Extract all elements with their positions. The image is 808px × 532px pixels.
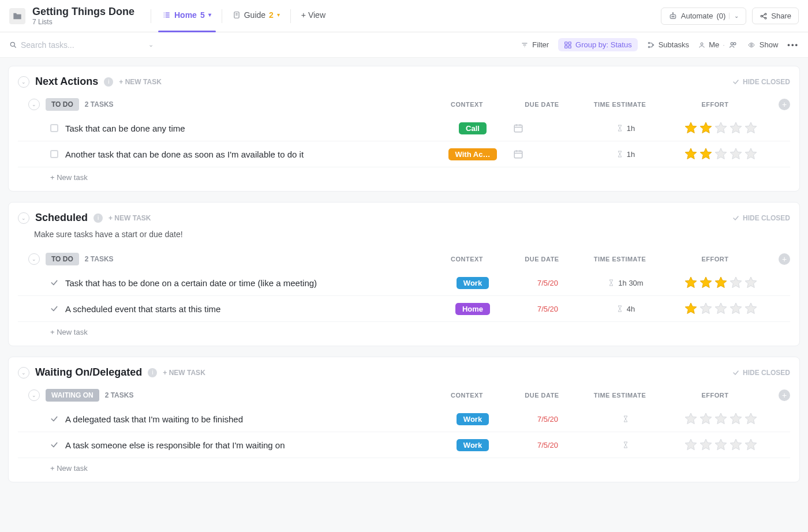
due-date[interactable]: 7/5/20: [537, 441, 558, 449]
new-task-header-button[interactable]: + NEW TASK: [119, 78, 161, 86]
calendar-icon[interactable]: [513, 149, 582, 159]
effort-stars[interactable]: [669, 121, 773, 135]
hide-closed-button[interactable]: HIDE CLOSED: [732, 214, 790, 222]
task-title[interactable]: A scheduled event that starts at this ti…: [65, 304, 220, 314]
new-task-button[interactable]: + New task: [18, 322, 790, 343]
show-button[interactable]: Show: [747, 40, 779, 49]
tab-guide[interactable]: Guide 2 ▾: [228, 5, 285, 28]
collapse-icon[interactable]: ⌄: [18, 367, 29, 379]
svg-point-11: [673, 16, 674, 17]
check-icon[interactable]: [50, 441, 58, 449]
effort-stars[interactable]: [669, 147, 773, 161]
hide-closed-button[interactable]: HIDE CLOSED: [732, 369, 790, 377]
search-input[interactable]: [21, 40, 145, 50]
add-column-button[interactable]: +: [779, 253, 790, 265]
task-title[interactable]: Task that has to be done on a certain da…: [65, 278, 317, 288]
section-note: Make sure tasks have a start or due date…: [34, 230, 790, 239]
status-header: ⌄ TO DO 2 TASKS CONTEXT DUE DATE TIME ES…: [18, 93, 790, 115]
me-button[interactable]: Me ·: [698, 40, 738, 49]
due-date[interactable]: 7/5/20: [537, 305, 558, 313]
filter-button[interactable]: Filter: [521, 40, 549, 49]
context-pill[interactable]: Work: [457, 277, 489, 289]
status-badge[interactable]: WAITING ON: [46, 389, 99, 402]
status-header: ⌄ TO DO 2 TASKS CONTEXT DUE DATE TIME ES…: [18, 248, 790, 270]
checkbox[interactable]: [50, 124, 58, 132]
tab-home[interactable]: Home 5 ▾: [158, 5, 216, 28]
check-icon[interactable]: [50, 415, 58, 423]
subtasks-label: Subtasks: [659, 40, 689, 49]
effort-stars[interactable]: [669, 438, 773, 452]
time-estimate[interactable]: [582, 441, 669, 449]
info-icon[interactable]: i: [148, 368, 157, 377]
group-icon: [564, 41, 572, 49]
hide-closed-button[interactable]: HIDE CLOSED: [732, 78, 790, 86]
filter-label: Filter: [532, 40, 549, 49]
time-estimate[interactable]: 1h: [582, 150, 669, 159]
svg-point-30: [652, 44, 653, 45]
calendar-icon[interactable]: [513, 123, 582, 133]
nav-separator: [151, 9, 151, 23]
task-row[interactable]: Another task that can be done as soon as…: [18, 141, 790, 167]
new-task-button[interactable]: + New task: [18, 458, 790, 479]
info-icon[interactable]: i: [93, 213, 103, 223]
check-icon[interactable]: [50, 305, 58, 313]
check-icon[interactable]: [50, 279, 58, 287]
time-estimate[interactable]: [582, 415, 669, 423]
tab-home-label: Home: [174, 10, 197, 20]
new-task-button[interactable]: + New task: [18, 167, 790, 189]
section: ⌄ Next Actions i + NEW TASK HIDE CLOSED …: [8, 66, 800, 192]
chevron-down-icon[interactable]: ⌄: [729, 13, 739, 19]
checkbox[interactable]: [50, 150, 58, 158]
share-button[interactable]: Share: [752, 8, 799, 24]
effort-stars[interactable]: [669, 302, 773, 316]
task-title[interactable]: A task someone else is responsible for t…: [65, 440, 285, 450]
task-row[interactable]: Task that can be done any time Call 1h: [18, 115, 790, 141]
task-row[interactable]: A delegated task that I'm waiting to be …: [18, 406, 790, 432]
effort-stars[interactable]: [669, 412, 773, 426]
tab-guide-count: 2: [269, 10, 274, 20]
new-task-header-button[interactable]: + NEW TASK: [163, 369, 205, 377]
automate-button[interactable]: Automate (0) ⌄: [661, 8, 747, 25]
add-view-button[interactable]: + View: [297, 5, 330, 28]
task-title[interactable]: A delegated task that I'm waiting to be …: [65, 414, 243, 424]
info-icon[interactable]: i: [104, 77, 113, 87]
collapse-icon[interactable]: ⌄: [28, 389, 40, 401]
context-pill[interactable]: With Ac…: [448, 148, 497, 160]
col-due: DUE DATE: [507, 256, 577, 263]
svg-point-31: [701, 43, 703, 45]
collapse-icon[interactable]: ⌄: [28, 99, 40, 110]
time-estimate[interactable]: 4h: [582, 305, 669, 313]
task-row[interactable]: A task someone else is responsible for t…: [18, 432, 790, 458]
collapse-icon[interactable]: ⌄: [18, 212, 29, 224]
effort-stars[interactable]: [669, 276, 773, 290]
context-pill[interactable]: Work: [457, 439, 489, 451]
group-by-button[interactable]: Group by: Status: [558, 38, 638, 51]
collapse-icon[interactable]: ⌄: [28, 253, 40, 265]
due-date[interactable]: 7/5/20: [537, 415, 558, 424]
context-pill[interactable]: Home: [455, 303, 490, 315]
task-row[interactable]: A scheduled event that starts at this ti…: [18, 296, 790, 322]
col-due: DUE DATE: [507, 392, 577, 399]
add-column-button[interactable]: +: [779, 389, 790, 401]
status-badge[interactable]: TO DO: [46, 98, 79, 111]
assignees-icon[interactable]: [728, 41, 738, 49]
task-title[interactable]: Task that can be done any time: [65, 123, 185, 133]
nav-right: Automate (0) ⌄ Share: [661, 8, 799, 25]
space-title: Getting Things Done: [32, 6, 134, 18]
time-estimate[interactable]: 1h 30m: [582, 279, 669, 287]
task-title[interactable]: Another task that can be done as soon as…: [65, 149, 304, 159]
time-estimate[interactable]: 1h: [582, 124, 669, 133]
subtasks-button[interactable]: Subtasks: [647, 40, 689, 49]
add-column-button[interactable]: +: [779, 99, 790, 110]
context-pill[interactable]: Work: [457, 413, 489, 425]
context-pill[interactable]: Call: [459, 122, 487, 134]
folder-icon[interactable]: [9, 8, 25, 24]
new-task-header-button[interactable]: + NEW TASK: [109, 214, 151, 222]
chevron-down-icon[interactable]: ⌄: [148, 41, 154, 48]
more-button[interactable]: •••: [787, 40, 799, 49]
status-badge[interactable]: TO DO: [46, 253, 79, 265]
task-row[interactable]: Task that has to be done on a certain da…: [18, 270, 790, 296]
collapse-icon[interactable]: ⌄: [18, 76, 29, 88]
svg-point-33: [734, 42, 736, 44]
due-date[interactable]: 7/5/20: [537, 279, 558, 287]
